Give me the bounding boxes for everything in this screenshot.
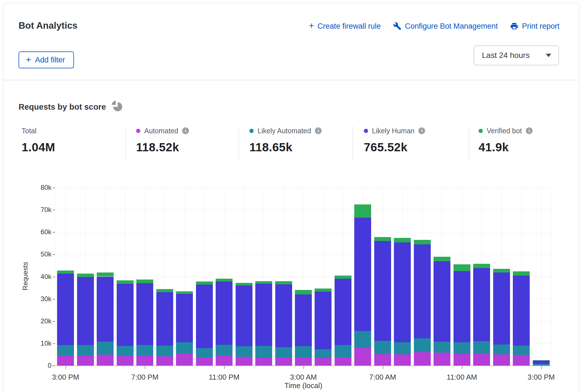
bar-segment-automated[interactable] [473,353,490,366]
bar-segment-likely-automated[interactable] [473,341,490,353]
bar-segment-likely-automated[interactable] [315,349,331,358]
bar-segment-likely-human[interactable] [414,244,431,339]
bar-segment-likely-human[interactable] [493,272,510,344]
bar-segment-likely-automated[interactable] [196,348,213,357]
bar-segment-verified-bot[interactable] [196,281,213,285]
bar-segment-verified-bot[interactable] [513,271,530,275]
bar-segment-verified-bot[interactable] [354,204,371,218]
bar-segment-likely-human[interactable] [77,277,94,345]
action-link-print-report[interactable]: Print report [510,22,560,31]
bar-segment-verified-bot[interactable] [394,238,411,242]
bar-segment-verified-bot[interactable] [493,269,510,272]
bar-segment-likely-automated[interactable] [533,364,550,365]
bar-segment-likely-automated[interactable] [295,346,312,358]
bar-segment-likely-automated[interactable] [434,342,450,353]
stat-verified-bot[interactable]: Verified boti41.9k [479,126,533,154]
bar-segment-verified-bot[interactable] [136,280,153,283]
bar-segment-automated[interactable] [216,355,233,366]
bar-segment-likely-human[interactable] [374,241,391,341]
bar-segment-likely-human[interactable] [196,285,213,348]
info-icon[interactable]: i [182,127,189,134]
bar-segment-likely-automated[interactable] [77,345,94,355]
bar-segment-likely-automated[interactable] [275,347,292,358]
stat-likely-human[interactable]: Likely Humani765.52k [364,126,425,154]
bar-segment-automated[interactable] [335,357,351,366]
bar-segment-likely-automated[interactable] [354,331,371,348]
bar-segment-automated[interactable] [513,355,530,366]
bar-segment-automated[interactable] [117,356,134,366]
bar-segment-likely-automated[interactable] [255,346,272,358]
bar-segment-automated[interactable] [196,358,213,366]
bar-segment-verified-bot[interactable] [315,289,331,292]
bar-segment-automated[interactable] [295,358,312,366]
bar-segment-likely-automated[interactable] [394,342,411,354]
bar-segment-verified-bot[interactable] [295,290,312,294]
bar-segment-likely-human[interactable] [117,284,134,346]
info-icon[interactable]: i [315,127,322,134]
bar-segment-verified-bot[interactable] [57,271,74,274]
bar-segment-likely-human[interactable] [533,361,550,364]
bar-segment-likely-human[interactable] [255,284,272,346]
bar-segment-likely-automated[interactable] [454,342,470,354]
bar-segment-verified-bot[interactable] [216,279,233,281]
bar-segment-likely-automated[interactable] [513,346,530,355]
bar-segment-automated[interactable] [454,354,470,366]
bar-segment-automated[interactable] [394,354,411,366]
bar-segment-verified-bot[interactable] [156,289,173,292]
action-link-configure-bot-management[interactable]: Configure Bot Management [393,22,498,31]
bar-segment-verified-bot[interactable] [374,237,391,241]
bar-segment-verified-bot[interactable] [454,264,470,271]
bar-segment-automated[interactable] [236,357,252,366]
bar-segment-likely-automated[interactable] [176,342,193,354]
bar-segment-automated[interactable] [156,356,173,366]
bar-segment-likely-human[interactable] [156,292,173,346]
bar-segment-likely-automated[interactable] [493,344,510,355]
bar-segment-automated[interactable] [77,355,94,366]
bar-segment-automated[interactable] [354,348,371,366]
bar-segment-verified-bot[interactable] [414,240,431,244]
bar-segment-likely-human[interactable] [295,294,312,346]
bar-segment-automated[interactable] [374,354,391,366]
bar-segment-likely-automated[interactable] [335,345,351,357]
bar-segment-likely-automated[interactable] [117,346,134,356]
bar-segment-likely-human[interactable] [473,268,490,341]
info-icon[interactable]: i [418,127,425,134]
bar-segment-verified-bot[interactable] [275,281,292,284]
bar-segment-likely-human[interactable] [97,277,114,342]
bar-segment-verified-bot[interactable] [533,360,550,361]
bar-segment-likely-human[interactable] [434,261,450,342]
bar-segment-automated[interactable] [57,355,74,366]
bar-segment-verified-bot[interactable] [77,274,94,277]
add-filter-button[interactable]: + Add filter [19,51,74,68]
bar-segment-likely-automated[interactable] [216,345,233,355]
bar-segment-automated[interactable] [97,355,114,366]
bar-segment-likely-human[interactable] [57,274,74,345]
stat-automated[interactable]: Automatedi118.52k [136,126,189,154]
bar-segment-verified-bot[interactable] [335,276,351,279]
bar-segment-likely-automated[interactable] [156,346,173,356]
bar-segment-verified-bot[interactable] [434,257,450,261]
bar-segment-automated[interactable] [493,354,510,366]
bar-segment-likely-human[interactable] [315,292,331,349]
bar-segment-likely-human[interactable] [216,281,233,345]
info-icon[interactable]: i [526,127,533,134]
bar-segment-verified-bot[interactable] [176,291,193,294]
action-link-create-firewall-rule[interactable]: +Create firewall rule [309,21,381,31]
bar-segment-likely-human[interactable] [513,276,530,346]
bar-segment-verified-bot[interactable] [473,264,490,268]
stat-likely-automated[interactable]: Likely Automatedi118.65k [249,126,322,154]
bar-segment-automated[interactable] [255,358,272,366]
bar-segment-verified-bot[interactable] [236,283,252,285]
bar-segment-likely-human[interactable] [394,242,411,342]
bar-segment-likely-automated[interactable] [97,342,114,355]
bar-segment-automated[interactable] [275,358,292,366]
time-range-dropdown[interactable]: Last 24 hours [474,46,559,65]
bar-segment-likely-human[interactable] [236,285,252,346]
bar-segment-likely-automated[interactable] [414,338,431,352]
bar-segment-likely-automated[interactable] [236,346,252,357]
bar-segment-verified-bot[interactable] [117,280,134,284]
bar-segment-automated[interactable] [533,365,550,366]
bar-segment-likely-human[interactable] [136,283,153,345]
bar-segment-likely-automated[interactable] [57,345,74,355]
bar-segment-automated[interactable] [136,355,153,366]
